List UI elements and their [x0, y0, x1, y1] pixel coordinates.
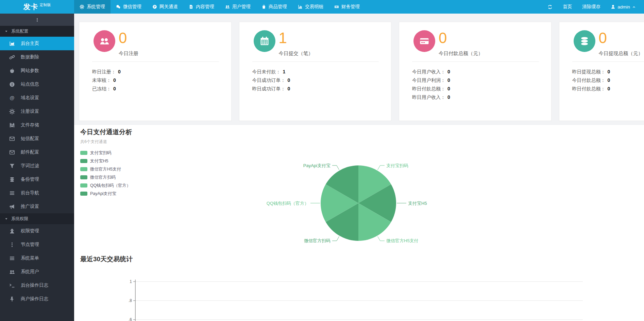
- navbar-right: 首页 清除缓存 admin: [547, 0, 644, 14]
- nav-item-label: 商品管理: [269, 4, 287, 10]
- stat-card: 0今日付款总额（元）今日用户收入：0今日用户利润：0昨日付款总额：0昨日用户收入…: [399, 22, 552, 121]
- stat-card: 0今日提现总额（元）昨日提现总额：0今日付款总额：0昨日付款总额：0: [559, 22, 644, 121]
- stat-card-value: 0: [599, 30, 643, 46]
- svg-text:P: P: [154, 5, 156, 8]
- detail-row: 昨日付款总额：0: [572, 85, 644, 93]
- apple-icon: [9, 68, 15, 74]
- sidebar-item-label: 权限管理: [21, 228, 39, 234]
- sidebar-item[interactable]: 文件存储: [0, 118, 74, 132]
- sidebar-item-label: 域名设置: [21, 95, 39, 101]
- nav-item[interactable]: 财务管理: [329, 0, 365, 14]
- svg-text:@: @: [10, 95, 15, 101]
- sidebar-item[interactable]: 注册设置: [0, 105, 74, 118]
- users-icon: [9, 269, 15, 275]
- nav-item-label: 财务管理: [341, 4, 360, 10]
- sidebar: 系统配置后台主页数据删除网站参数站点信息@域名设置注册设置文件存储短信配置邮件配…: [0, 14, 74, 321]
- sidebar-toggle[interactable]: [0, 14, 74, 26]
- detail-value: 0: [118, 69, 121, 74]
- sidebar-item[interactable]: 站点信息: [0, 77, 74, 91]
- nav-item[interactable]: 微信管理: [111, 0, 147, 14]
- sidebar-item-label: 数据删除: [21, 54, 39, 60]
- sidebar-group-header[interactable]: 系统配置: [0, 26, 74, 37]
- sidebar-item[interactable]: 权限管理: [0, 224, 74, 238]
- brand-name: 发卡: [23, 2, 38, 12]
- legend-label: 微信官方H5支付: [90, 166, 121, 172]
- navbar-menu: 系统管理微信管理P网关通道内容管理用户管理商品管理交易明细财务管理: [74, 0, 365, 14]
- sidebar-item[interactable]: 网站参数: [0, 64, 74, 77]
- sidebar-item[interactable]: 推广设置: [0, 200, 74, 213]
- gear-icon: [9, 109, 15, 114]
- detail-value: 0: [608, 86, 610, 91]
- detail-row: 今日未付款：1: [252, 68, 391, 76]
- stat-card-head: 0今日提现总额（元）: [559, 22, 644, 57]
- sidebar-item[interactable]: 短信配置: [0, 132, 74, 145]
- pie-label-line: [332, 165, 339, 170]
- detail-label: 今日未付款：: [252, 69, 281, 74]
- stat-card-icon-circle: [254, 30, 275, 52]
- stat-cards-row: 0今日注册昨日注册：0未审核：0已冻结：01今日提交（笔）今日未付款：1今日成功…: [74, 14, 644, 125]
- nav-item-label: 交易明细: [305, 4, 323, 10]
- sidebar-item[interactable]: 系统用户: [0, 265, 74, 279]
- nav-item[interactable]: 内容管理: [183, 0, 220, 14]
- refresh-icon[interactable]: [547, 4, 553, 10]
- sidebar-item[interactable]: 系统菜单: [0, 251, 74, 265]
- pie-label: QQ钱包扫码（官方）: [267, 201, 309, 206]
- detail-value: 0: [608, 77, 610, 83]
- nav-item[interactable]: 交易明细: [292, 0, 329, 14]
- nav-item-label: 用户管理: [232, 4, 251, 10]
- sidebar-item-label: 短信配置: [21, 136, 39, 142]
- detail-label: 昨日提现总额：: [572, 69, 606, 74]
- sidebar-item[interactable]: 后台操作日志: [0, 279, 74, 292]
- sidebar-item-label: 后台操作日志: [21, 282, 48, 288]
- detail-label: 昨日注册：: [92, 69, 116, 74]
- ellipsis-v-icon: [35, 18, 39, 22]
- detail-row: 今日成功订单：0: [252, 76, 391, 85]
- pie-chart: 支付宝扫码支付宝H5微信官方H5支付微信官方扫码QQ钱包扫码（官方）PayApi…: [226, 152, 491, 254]
- sidebar-item[interactable]: 数据删除: [0, 50, 74, 64]
- sidebar-item-label: 商户操作日志: [21, 296, 48, 302]
- pie-label: 支付宝H5: [408, 201, 427, 206]
- detail-value: 0: [447, 69, 450, 74]
- legend-swatch: [80, 192, 87, 196]
- detail-value: 0: [288, 77, 290, 83]
- home-link[interactable]: 首页: [563, 4, 572, 10]
- detail-row: 今日付款总额：0: [572, 76, 644, 85]
- legend-label: QQ钱包扫码（官方）: [90, 183, 131, 189]
- user-secret-icon: [9, 228, 15, 234]
- caret-down-icon: [5, 30, 8, 33]
- sidebar-item[interactable]: 前台导航: [0, 186, 74, 200]
- user-menu[interactable]: admin: [611, 4, 636, 10]
- shopping-bag-icon: [261, 4, 266, 9]
- legend-swatch: [80, 175, 87, 179]
- at-sign-icon: @: [9, 95, 15, 101]
- sidebar-item[interactable]: 后台主页: [0, 37, 74, 50]
- sidebar-item-label: 系统用户: [21, 269, 39, 275]
- sidebar-item[interactable]: 备份管理: [0, 173, 74, 186]
- sidebar-item[interactable]: 字词过滤: [0, 159, 74, 173]
- nav-item-label: 微信管理: [123, 4, 141, 10]
- sidebar-item[interactable]: 邮件配置: [0, 145, 74, 159]
- nav-item[interactable]: 用户管理: [220, 0, 256, 14]
- nav-item[interactable]: 商品管理: [256, 0, 292, 14]
- stat-card-head: 0今日注册: [79, 22, 231, 57]
- detail-label: 今日用户利润：: [412, 77, 445, 83]
- detail-label: 今日用户收入：: [412, 69, 445, 74]
- nav-item[interactable]: P网关通道: [147, 0, 183, 14]
- info-circle-icon: [9, 82, 15, 87]
- brand-logo[interactable]: 发卡 定制版: [0, 0, 74, 14]
- detail-row: 已冻结：0: [92, 85, 231, 93]
- detail-value: 0: [113, 86, 116, 91]
- ellipsis-v-icon: [9, 242, 15, 248]
- sidebar-item[interactable]: 商户操作日志: [0, 292, 74, 306]
- sidebar-group-header[interactable]: 系统权限: [0, 213, 74, 224]
- list-icon: [9, 190, 15, 196]
- stat-card-details: 今日未付款：1今日成功订单：0昨日成功订单：0: [239, 62, 391, 93]
- detail-label: 昨日成功订单：: [252, 86, 286, 91]
- sidebar-body: 系统配置后台主页数据删除网站参数站点信息@域名设置注册设置文件存储短信配置邮件配…: [0, 26, 74, 306]
- nav-item[interactable]: 系统管理: [74, 0, 111, 14]
- legend-swatch: [80, 183, 87, 188]
- clear-cache-link[interactable]: 清除缓存: [582, 4, 600, 10]
- detail-value: 0: [288, 86, 290, 91]
- sidebar-item[interactable]: 节点管理: [0, 238, 74, 251]
- sidebar-item[interactable]: @域名设置: [0, 91, 74, 105]
